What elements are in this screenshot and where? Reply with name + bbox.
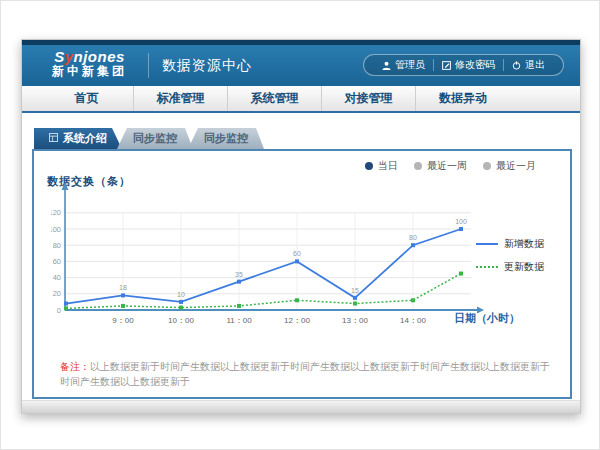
edit-icon — [442, 61, 451, 70]
logo-subtext: 新中新集团 — [52, 65, 127, 78]
user-menu-button[interactable]: 管理员 — [374, 58, 433, 72]
svg-text:60: 60 — [293, 250, 301, 257]
range-option-today[interactable]: 当日 — [365, 159, 398, 173]
tab-system-intro[interactable]: 系统介绍 — [34, 128, 122, 149]
legend-label: 更新数据 — [504, 260, 544, 274]
legend-label: 新增数据 — [504, 237, 544, 251]
user-menu-label: 管理员 — [395, 58, 425, 72]
svg-text:14：00: 14：00 — [400, 316, 426, 325]
dotted-line-swatch-icon — [476, 265, 498, 269]
logout-button[interactable]: 退出 — [504, 58, 553, 72]
logo-accent: y — [65, 48, 74, 65]
svg-text:10：00: 10：00 — [168, 316, 194, 325]
svg-text:13：00: 13：00 — [342, 316, 368, 325]
document-grid-icon — [49, 128, 58, 149]
solid-line-swatch-icon — [476, 242, 498, 246]
svg-text:35: 35 — [235, 271, 243, 278]
page-title: 数据资源中心 — [162, 57, 252, 75]
change-password-label: 修改密码 — [455, 58, 495, 72]
range-option-label: 最近一月 — [496, 159, 536, 173]
user-toolbar: 管理员 修改密码 退出 — [363, 54, 564, 76]
range-option-label: 当日 — [378, 159, 398, 173]
content-panel: 当日 最近一周 最近一月 数据交换（条） 0204060801001209：00… — [32, 149, 572, 399]
x-axis-title: 日期（小时） — [454, 311, 520, 326]
radio-selected-icon — [365, 162, 373, 170]
power-icon — [512, 61, 521, 70]
line-chart: 0204060801001209：0010：0011：0012：0013：001… — [51, 180, 496, 332]
svg-text:0: 0 — [57, 306, 61, 315]
user-icon — [382, 61, 391, 70]
footnote: 备注：以上数据更新于时间产生数据以上数据更新于时间产生数据以上数据更新于时间产生… — [60, 359, 552, 389]
window-footer — [22, 400, 580, 413]
footnote-text: 以上数据更新于时间产生数据以上数据更新于时间产生数据以上数据更新于时间产生数据以… — [60, 361, 550, 387]
svg-text:80: 80 — [53, 241, 61, 250]
nav-item-home[interactable]: 首页 — [40, 86, 134, 111]
svg-text:11：00: 11：00 — [226, 316, 252, 325]
main-nav: 首页 标准管理 系统管理 对接管理 数据异动 — [22, 86, 580, 113]
svg-text:9：00: 9：00 — [112, 316, 134, 325]
svg-text:100: 100 — [51, 225, 61, 234]
tab-bar: 系统介绍 同步监控 同步监控 — [34, 128, 264, 149]
svg-text:120: 120 — [51, 208, 61, 217]
range-option-label: 最近一周 — [427, 159, 467, 173]
svg-text:20: 20 — [53, 289, 61, 298]
range-option-last-month[interactable]: 最近一月 — [483, 159, 536, 173]
svg-text:15: 15 — [351, 287, 359, 294]
svg-text:10: 10 — [177, 291, 185, 298]
legend-item-update-data: 更新数据 — [476, 260, 556, 274]
radio-unselected-icon — [414, 162, 422, 170]
logout-label: 退出 — [525, 58, 545, 72]
svg-text:40: 40 — [53, 273, 61, 282]
tab-sync-monitor-2[interactable]: 同步监控 — [188, 128, 264, 149]
range-option-last-week[interactable]: 最近一周 — [414, 159, 467, 173]
header-divider — [148, 53, 149, 78]
legend-item-new-data: 新增数据 — [476, 237, 556, 251]
header: Synjones 新中新集团 数据资源中心 管理员 修改密码 — [22, 45, 580, 86]
svg-text:100: 100 — [455, 218, 467, 225]
nav-item-data-change[interactable]: 数据异动 — [416, 86, 510, 111]
logo-text: Synjones — [52, 49, 127, 65]
change-password-button[interactable]: 修改密码 — [434, 58, 503, 72]
svg-text:12：00: 12：00 — [284, 316, 310, 325]
chart-legend: 新增数据 更新数据 — [476, 237, 556, 283]
svg-text:60: 60 — [53, 257, 61, 266]
page: Synjones 新中新集团 数据资源中心 管理员 修改密码 — [0, 0, 600, 450]
nav-item-system-mgmt[interactable]: 系统管理 — [228, 86, 322, 111]
nav-item-interface-mgmt[interactable]: 对接管理 — [322, 86, 416, 111]
brand-logo: Synjones 新中新集团 — [52, 49, 127, 77]
range-selector: 当日 最近一周 最近一月 — [365, 159, 536, 173]
svg-text:80: 80 — [409, 234, 417, 241]
radio-unselected-icon — [483, 162, 491, 170]
tab-label: 系统介绍 — [63, 128, 107, 149]
app-window: Synjones 新中新集团 数据资源中心 管理员 修改密码 — [21, 39, 581, 414]
svg-text:18: 18 — [119, 284, 127, 291]
nav-item-standard-mgmt[interactable]: 标准管理 — [134, 86, 228, 111]
footnote-label: 备注： — [60, 361, 90, 372]
tab-sync-monitor-1[interactable]: 同步监控 — [117, 128, 193, 149]
